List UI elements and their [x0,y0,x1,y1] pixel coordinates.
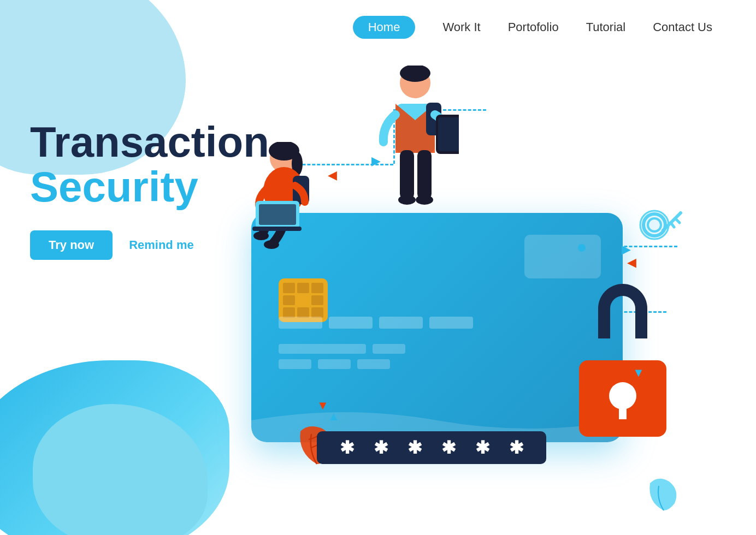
nav-home[interactable]: Home [353,16,416,39]
key-icon [639,207,683,253]
person-man [371,66,459,213]
hero-title-transaction: Transaction [30,120,269,165]
nav-contact-us[interactable]: Contact Us [653,20,712,34]
card-hologram [524,235,601,278]
nav-work-it[interactable]: Work It [442,20,480,34]
hero-title-security: Security [30,165,269,210]
nav-tutorial[interactable]: Tutorial [586,20,626,34]
hero-buttons: Try now Remind me [30,230,269,260]
svg-rect-14 [400,150,414,199]
svg-rect-19 [438,117,459,151]
svg-point-16 [398,195,416,205]
remind-me-button[interactable]: Remind me [129,238,194,252]
arrow-left-top: ◀ [328,168,340,180]
asterisk-3: ✱ [407,437,422,458]
arrow-down-bottom-left: ▼ [317,399,329,411]
asterisk-6: ✱ [509,437,524,458]
card-number-row [279,317,473,329]
asterisk-4: ✱ [441,437,456,458]
asterisk-1: ✱ [340,437,355,458]
arrow-left-right: ◀ [627,255,639,268]
password-bar: ✱ ✱ ✱ ✱ ✱ ✱ [317,431,546,464]
arrow-down-right: ▼ [633,366,645,378]
svg-point-25 [640,211,669,239]
lock-body [579,360,666,437]
card-chip [279,278,328,322]
card-info-rows [279,344,405,369]
lock-keyhole [609,382,636,409]
svg-line-24 [671,223,674,227]
navbar: Home Work It Portofolio Tutorial Contact… [0,0,756,55]
arrow-up-bottom-left: ▲ [328,409,340,421]
leaf-blue [645,475,683,513]
arrow-right-right: ▶ [622,242,634,254]
asterisk-2: ✱ [374,437,388,458]
svg-rect-15 [417,150,432,199]
nav-portfolio[interactable]: Portofolio [508,20,559,34]
hero-text: Transaction Security Try now Remind me [30,120,269,260]
asterisk-5: ✱ [475,437,490,458]
dot2 [578,244,586,252]
illustration: ▶ ◀ ▶ ◀ ▼ ▲ ▼ ▲ [208,33,699,524]
try-now-button[interactable]: Try now [30,230,113,260]
arrow-up-right: ▲ [643,377,655,389]
svg-line-23 [675,218,680,223]
svg-point-17 [416,195,433,205]
lock-shackle [598,284,647,338]
